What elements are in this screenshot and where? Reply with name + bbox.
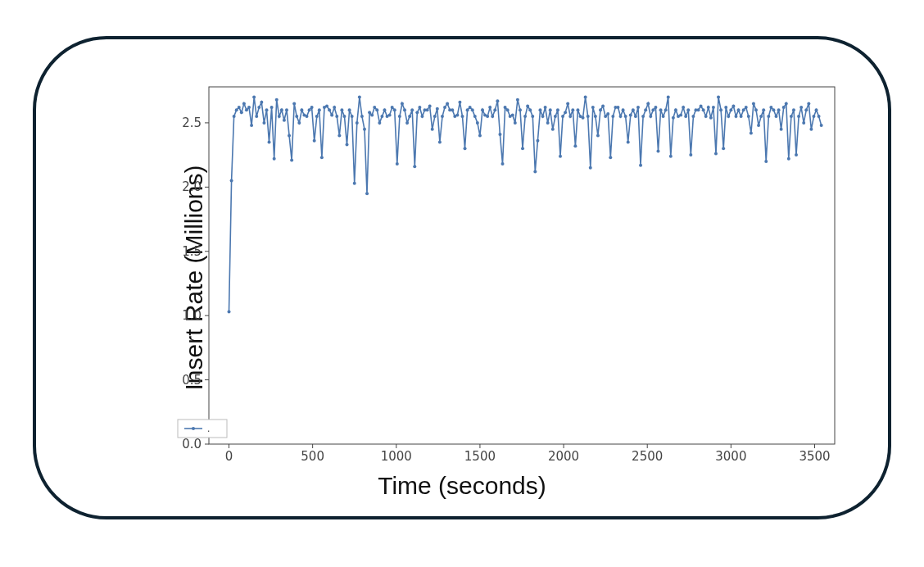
svg-point-136: [496, 99, 499, 102]
svg-point-173: [589, 166, 592, 170]
svg-point-34: [240, 111, 243, 114]
svg-point-222: [712, 106, 715, 109]
svg-point-129: [478, 134, 482, 138]
svg-point-81: [358, 96, 361, 99]
svg-point-224: [717, 96, 720, 99]
svg-point-203: [664, 108, 668, 111]
svg-point-47: [273, 157, 276, 161]
svg-point-172: [587, 115, 590, 118]
svg-point-171: [584, 96, 587, 99]
svg-point-49: [278, 115, 281, 118]
svg-point-105: [418, 106, 421, 109]
svg-point-58: [300, 108, 303, 111]
svg-point-239: [754, 108, 758, 111]
svg-point-263: [815, 108, 818, 111]
svg-point-165: [568, 115, 572, 118]
svg-point-121: [458, 101, 461, 104]
svg-text:2500: 2500: [632, 449, 663, 464]
svg-point-233: [740, 115, 743, 118]
svg-point-135: [493, 108, 496, 111]
svg-point-253: [790, 115, 793, 118]
svg-text:3000: 3000: [715, 449, 746, 464]
svg-point-166: [571, 108, 574, 111]
svg-point-193: [639, 164, 642, 167]
svg-text:1500: 1500: [464, 449, 496, 464]
svg-point-51: [283, 119, 286, 122]
svg-point-74: [340, 108, 343, 111]
svg-point-230: [732, 105, 735, 108]
svg-point-111: [433, 115, 437, 118]
svg-point-211: [684, 115, 687, 118]
svg-point-248: [777, 108, 781, 111]
svg-point-114: [441, 115, 444, 118]
svg-point-255: [795, 153, 798, 156]
svg-point-126: [471, 108, 474, 111]
svg-point-258: [802, 121, 805, 125]
svg-point-60: [306, 115, 309, 118]
svg-point-118: [451, 108, 454, 111]
svg-point-154: [541, 115, 545, 118]
svg-point-200: [656, 149, 659, 152]
svg-point-153: [538, 108, 541, 111]
svg-point-158: [551, 128, 555, 131]
svg-point-229: [729, 108, 732, 111]
svg-text:0.0: 0.0: [182, 437, 202, 451]
svg-text:2000: 2000: [548, 449, 579, 464]
svg-point-31: [233, 115, 236, 118]
svg-point-231: [734, 115, 737, 118]
svg-point-221: [709, 116, 713, 120]
svg-point-77: [348, 108, 351, 111]
svg-text:500: 500: [301, 449, 324, 464]
svg-point-197: [649, 115, 652, 118]
svg-point-244: [767, 115, 770, 118]
svg-point-180: [606, 112, 609, 116]
svg-text:1.0: 1.0: [182, 308, 202, 323]
svg-point-168: [576, 108, 579, 111]
svg-point-53: [288, 134, 291, 138]
svg-point-69: [328, 108, 331, 111]
svg-point-139: [504, 106, 507, 109]
svg-point-205: [669, 155, 673, 158]
svg-point-96: [396, 162, 399, 166]
svg-point-143: [514, 121, 517, 125]
svg-point-122: [460, 115, 464, 118]
svg-point-128: [476, 121, 479, 125]
svg-point-152: [536, 139, 539, 143]
svg-point-170: [582, 116, 585, 120]
svg-point-144: [516, 98, 519, 102]
svg-point-262: [812, 115, 815, 118]
svg-point-227: [724, 106, 727, 109]
svg-point-246: [772, 108, 775, 111]
svg-point-65: [318, 108, 321, 111]
svg-point-85: [368, 111, 371, 114]
svg-point-150: [531, 115, 534, 118]
svg-point-225: [719, 108, 722, 111]
svg-point-161: [559, 155, 562, 158]
svg-point-99: [403, 108, 406, 111]
svg-point-219: [704, 115, 708, 118]
svg-point-181: [609, 156, 612, 159]
svg-point-48: [275, 98, 279, 102]
svg-point-75: [342, 115, 346, 118]
svg-point-237: [750, 131, 753, 134]
svg-point-79: [353, 182, 356, 185]
svg-point-86: [370, 114, 374, 117]
svg-point-210: [682, 106, 685, 109]
svg-point-41: [257, 106, 260, 109]
svg-point-140: [506, 108, 510, 111]
svg-point-160: [556, 108, 559, 111]
svg-point-146: [521, 147, 524, 150]
svg-point-245: [769, 106, 772, 109]
svg-point-134: [491, 115, 494, 118]
svg-point-112: [436, 107, 439, 111]
svg-point-44: [265, 108, 268, 111]
svg-point-132: [486, 115, 489, 118]
svg-point-148: [526, 105, 529, 108]
x-axis-label: Time (seconds): [36, 472, 888, 500]
svg-text:1000: 1000: [381, 449, 412, 464]
svg-point-127: [473, 115, 477, 118]
svg-point-120: [455, 114, 459, 117]
svg-point-175: [594, 115, 597, 118]
svg-point-45: [268, 140, 271, 143]
svg-point-234: [742, 108, 745, 111]
